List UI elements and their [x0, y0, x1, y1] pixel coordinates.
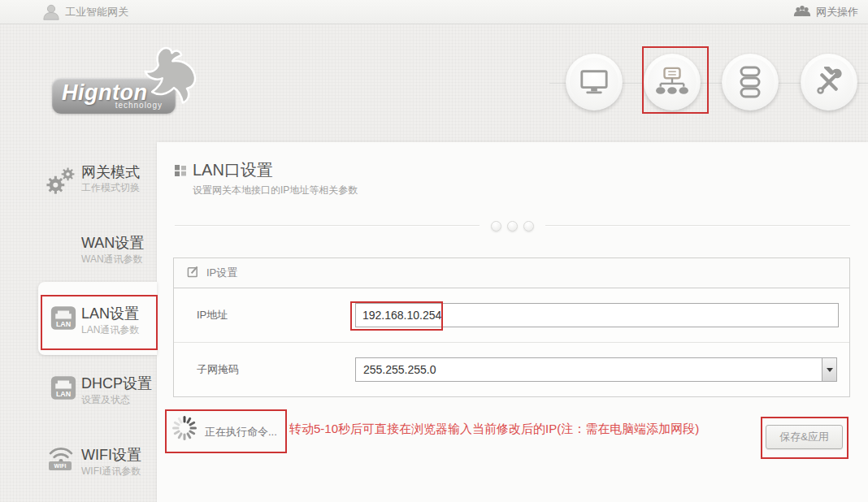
ip-change-note: 转动5-10秒后可直接在浏览器输入当前修改后的IP(注：需在电脑端添加网段) [289, 422, 699, 437]
sidebar-item-lan-settings[interactable]: LAN LAN设置 LAN通讯参数 [0, 301, 157, 341]
gears-icon [46, 165, 76, 199]
divider-line [175, 225, 480, 227]
subnet-mask-value: 255.255.255.0 [356, 358, 822, 381]
sidebar-subtitle: 工作模式切换 [81, 181, 140, 195]
page-title: LAN口设置 [193, 159, 273, 181]
lan-port-icon: LAN [50, 305, 76, 334]
sidebar-item-wifi-settings[interactable]: WIFI设置 WIFI通讯参数 [0, 443, 157, 483]
sidebar-item-wan-settings[interactable]: WAN设置 WAN通讯参数 [0, 232, 157, 272]
sidebar-subtitle: LAN通讯参数 [81, 323, 139, 337]
pagination-dot[interactable] [523, 221, 534, 232]
app-title: 工业智能网关 [65, 0, 128, 24]
subnet-mask-select[interactable]: 255.255.255.0 [355, 357, 837, 382]
loading-spinner-icon [171, 414, 198, 445]
ip-settings-panel: IP设置 IP地址 子网掩码 255.255.255.0 [173, 257, 850, 397]
save-apply-button[interactable]: 保存&应用 [766, 425, 843, 449]
nav-network-button[interactable] [644, 54, 701, 110]
monitor-icon [570, 58, 618, 106]
group-icon [793, 5, 811, 20]
pagination-dots [491, 221, 534, 232]
top-bar [0, 0, 868, 24]
ip-address-label: IP地址 [197, 308, 355, 322]
form-row-subnet: 子网掩码 255.255.255.0 [174, 342, 849, 396]
sidebar-title: LAN设置 [81, 304, 139, 323]
gateway-actions-label: 网关操作 [816, 5, 858, 19]
page-subtitle: 设置网关本地接口的IP地址等相关参数 [193, 184, 358, 197]
nav-status-button[interactable] [566, 54, 623, 110]
network-topology-icon [648, 58, 697, 106]
panel-header: IP设置 [174, 258, 849, 288]
sidebar-subtitle: WIFI通讯参数 [81, 465, 141, 478]
dropdown-arrow-button[interactable] [822, 358, 836, 381]
grid-icon [174, 164, 187, 180]
user-icon [42, 3, 60, 24]
sidebar-item-dhcp-settings[interactable]: LAN DHCP设置 设置及状态 [0, 371, 157, 412]
subnet-mask-label: 子网掩码 [197, 362, 355, 377]
panel-title: IP设置 [206, 266, 237, 280]
gateway-actions-menu[interactable]: 网关操作 [793, 0, 858, 24]
sidebar-title: WAN设置 [81, 233, 144, 253]
sidebar-item-gateway-mode[interactable]: 网关模式 工作模式切换 [0, 158, 157, 199]
sidebar-subtitle: 设置及状态 [81, 393, 130, 407]
svg-text:LAN: LAN [56, 390, 71, 398]
tools-icon [805, 58, 853, 106]
sidebar-subtitle: WAN通讯参数 [81, 253, 143, 266]
logo-gazelle-icon [140, 45, 208, 117]
lan-port-icon: LAN [50, 375, 76, 404]
executing-command-status: 正在执行命令... [205, 425, 277, 439]
edit-icon [187, 266, 199, 280]
pagination-dot[interactable] [507, 221, 518, 232]
ip-address-input[interactable] [355, 303, 839, 327]
section-divider [175, 221, 850, 231]
sidebar-title: 网关模式 [81, 162, 140, 182]
svg-text:LAN: LAN [56, 320, 71, 328]
nav-data-button[interactable] [722, 54, 779, 110]
server-stack-icon [726, 58, 775, 106]
pagination-dot[interactable] [491, 221, 501, 232]
wifi-badge: WIFI [49, 461, 72, 470]
form-row-ip: IP地址 [174, 288, 849, 342]
nav-tools-button[interactable] [801, 54, 857, 110]
sidebar-title: DHCP设置 [81, 374, 152, 393]
sidebar-title: WIFI设置 [81, 445, 141, 465]
chevron-down-icon [827, 368, 833, 372]
divider-line [545, 225, 850, 227]
